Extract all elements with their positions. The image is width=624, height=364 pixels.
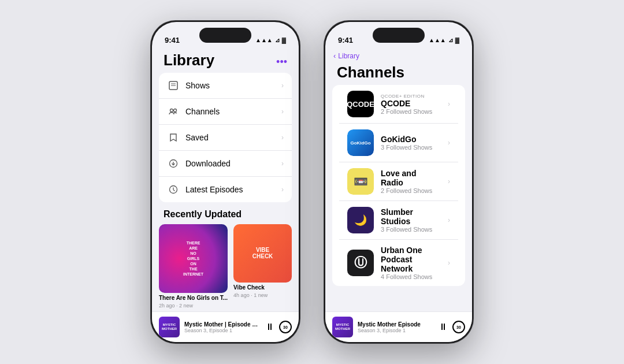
battery-icon: ▓: [282, 37, 286, 43]
channel-chevron-slumber: ›: [448, 216, 450, 224]
now-playing-title-1: Mystic Mother | Episode 1: A...: [184, 321, 261, 328]
back-chevron: ‹: [333, 51, 336, 60]
library-header: Library •••: [152, 47, 299, 73]
pause-button-2[interactable]: ⏸: [439, 322, 448, 332]
now-playing-info-2: Mystic Mother Episode Season 3, Episode …: [358, 321, 434, 333]
more-button[interactable]: •••: [276, 56, 287, 68]
shows-label: Shows: [185, 81, 276, 90]
wifi-icon: ⊿: [275, 37, 280, 43]
channel-info-urban: Urban One Podcast Network 4 Followed Sho…: [381, 246, 441, 280]
channel-chevron-gokidgo: ›: [448, 139, 450, 147]
pause-button-1[interactable]: ⏸: [265, 322, 274, 332]
downloaded-icon: [167, 157, 180, 170]
podcast-meta-girls: 2h ago · 2 new: [159, 303, 228, 309]
channel-logo-gokidgo: GoKidGo: [347, 129, 374, 156]
channel-name-gokidgo: GoKidGo: [381, 135, 441, 144]
channel-item-love-radio[interactable]: 📼 Love and Radio 2 Followed Shows ›: [339, 162, 458, 201]
channel-chevron-love-radio: ›: [448, 177, 450, 185]
channel-follows-love-radio: 2 Followed Shows: [381, 187, 441, 194]
channel-info-gokidgo: GoKidGo 3 Followed Shows: [381, 135, 441, 151]
saved-chevron: ›: [281, 133, 284, 142]
status-icons-1: ▲▲▲ ⊿ ▓: [255, 37, 286, 43]
podcast-art-girls: THEREARENOGIRLSONTHEINTERNET: [159, 224, 228, 293]
battery-icon-2: ▓: [455, 37, 459, 43]
signal-icon-2: ▲▲▲: [429, 37, 446, 43]
menu-item-channels[interactable]: Channels ›: [159, 99, 292, 125]
channel-info-slumber: Slumber Studios 3 Followed Shows: [381, 207, 441, 233]
downloaded-chevron: ›: [281, 159, 284, 168]
menu-item-downloaded[interactable]: Downloaded ›: [159, 151, 292, 177]
channel-item-qcode[interactable]: QCODE QCODE+ EDITION QCODE 2 Followed Sh…: [339, 85, 458, 124]
channel-edition-qcode: QCODE+ EDITION: [381, 94, 441, 99]
now-playing-art-1: MYSTICMOTHER: [159, 317, 180, 337]
signal-icon: ▲▲▲: [255, 37, 273, 43]
channel-item-slumber[interactable]: 🌙 Slumber Studios 3 Followed Shows ›: [339, 201, 458, 240]
recently-updated-grid: THEREARENOGIRLSONTHEINTERNET There Are N…: [152, 224, 299, 309]
status-time-1: 9:41: [165, 36, 180, 44]
channel-name-urban: Urban One Podcast Network: [381, 246, 441, 273]
channel-follows-qcode: 2 Followed Shows: [381, 108, 441, 115]
now-playing-sub-1: Season 3, Episode 1: [184, 328, 261, 333]
channel-name-slumber: Slumber Studios: [381, 207, 441, 226]
channel-info-love-radio: Love and Radio 2 Followed Shows: [381, 169, 441, 194]
channel-logo-qcode: QCODE: [347, 91, 374, 117]
wifi-icon-2: ⊿: [448, 37, 453, 43]
now-playing-bar-1[interactable]: MYSTICMOTHER Mystic Mother | Episode 1: …: [152, 311, 299, 342]
saved-icon: [167, 131, 180, 144]
channels-label: Channels: [185, 107, 276, 116]
podcast-meta-vibe: 4h ago · 1 new: [233, 292, 292, 298]
channels-nav: ‹ Library: [325, 47, 472, 61]
menu-item-latest[interactable]: Latest Episodes ›: [159, 177, 292, 202]
status-icons-2: ▲▲▲ ⊿ ▓: [429, 37, 459, 43]
svg-point-3: [170, 109, 173, 112]
shows-icon: [167, 79, 180, 92]
status-time-2: 9:41: [338, 36, 353, 44]
now-playing-info-1: Mystic Mother | Episode 1: A... Season 3…: [184, 321, 261, 333]
now-playing-bar-2[interactable]: MYSTICMOTHER Mystic Mother Episode Seaso…: [325, 311, 472, 342]
channel-item-urban[interactable]: Ⓤ Urban One Podcast Network 4 Followed S…: [339, 240, 458, 286]
channels-list: QCODE QCODE+ EDITION QCODE 2 Followed Sh…: [325, 85, 472, 311]
downloaded-label: Downloaded: [185, 159, 276, 168]
shows-chevron: ›: [281, 81, 284, 90]
phone-channels: 9:41 ▲▲▲ ⊿ ▓ ‹ Library Channels QCODE QC…: [324, 20, 474, 344]
latest-chevron: ›: [281, 185, 284, 194]
phone-library: 9:41 ▲▲▲ ⊿ ▓ Library •••: [150, 20, 300, 344]
svg-line-9: [173, 190, 175, 191]
skip-forward-2[interactable]: 30: [452, 321, 465, 333]
channels-icon: [167, 105, 180, 118]
podcast-name-vibe: Vibe Check: [233, 284, 292, 291]
skip-forward-1[interactable]: 30: [279, 321, 292, 333]
channel-chevron-urban: ›: [448, 259, 450, 267]
podcast-card-vibe[interactable]: VIBECHECK Vibe Check 4h ago · 1 new: [233, 224, 292, 309]
channel-follows-urban: 4 Followed Shows: [381, 273, 441, 280]
dynamic-island-2: [373, 28, 425, 43]
dynamic-island: [199, 28, 251, 43]
now-playing-title-2: Mystic Mother Episode: [358, 321, 434, 328]
channel-follows-slumber: 3 Followed Shows: [381, 226, 441, 233]
channel-logo-urban: Ⓤ: [347, 250, 374, 276]
saved-label: Saved: [185, 133, 276, 142]
latest-label: Latest Episodes: [185, 185, 276, 194]
podcast-name-girls: There Are No Girls on T...: [159, 295, 228, 301]
channel-logo-slumber: 🌙: [347, 207, 374, 233]
podcast-card-girls[interactable]: THEREARENOGIRLSONTHEINTERNET There Are N…: [159, 224, 228, 309]
latest-icon: [167, 183, 180, 196]
podcast-art-vibe: VIBECHECK: [233, 224, 292, 283]
now-playing-controls-2: ⏸ 30: [439, 321, 465, 333]
channel-follows-gokidgo: 3 Followed Shows: [381, 144, 441, 151]
channel-name-qcode: QCODE: [381, 99, 441, 108]
menu-list: Shows › Channels ›: [159, 73, 292, 202]
menu-item-saved[interactable]: Saved ›: [159, 125, 292, 151]
channel-logo-love-radio: 📼: [347, 168, 374, 195]
channel-chevron-qcode: ›: [448, 100, 450, 108]
channels-chevron: ›: [281, 107, 284, 116]
channel-info-qcode: QCODE+ EDITION QCODE 2 Followed Shows: [381, 94, 441, 115]
now-playing-controls-1: ⏸ 30: [265, 321, 292, 333]
channel-item-gokidgo[interactable]: GoKidGo GoKidGo 3 Followed Shows ›: [339, 124, 458, 162]
back-button[interactable]: Library: [338, 52, 359, 60]
menu-item-shows[interactable]: Shows ›: [159, 73, 292, 99]
channel-name-love-radio: Love and Radio: [381, 169, 441, 187]
now-playing-art-2: MYSTICMOTHER: [332, 317, 353, 337]
svg-point-4: [174, 109, 177, 112]
recently-updated-title: Recently Updated: [152, 202, 299, 224]
